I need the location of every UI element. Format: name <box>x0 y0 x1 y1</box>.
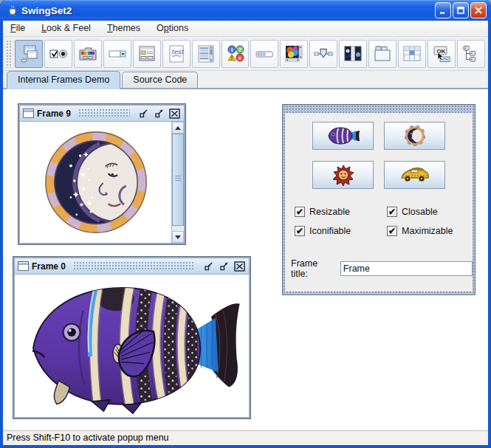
frame-window-icon <box>18 261 29 271</box>
frame9-titlebar[interactable]: Frame 9 <box>20 106 184 122</box>
app-window: SwingSet2 File Look & Feel Themes Option… <box>0 0 491 448</box>
scroll-up-button[interactable] <box>172 122 184 134</box>
toolbar-button-split-pane[interactable] <box>339 40 367 68</box>
moon-image <box>42 128 150 236</box>
checkbox-iconifiable[interactable]: ✔ Iconifiable <box>295 226 387 236</box>
maximize-button[interactable] <box>453 2 469 18</box>
frame0-viewport <box>15 275 249 417</box>
toolbar-button-slider[interactable] <box>309 40 337 68</box>
frame0-maximize-button[interactable] <box>218 261 230 272</box>
menu-options[interactable]: Options <box>155 21 196 35</box>
desktop-pane: Frame 9 <box>3 89 488 430</box>
frame-title-row: Frame title: <box>291 258 473 279</box>
toolbar-button-scroll-pane[interactable] <box>280 40 308 68</box>
table-icon <box>402 44 422 64</box>
create-sun-frame-button[interactable] <box>312 161 374 189</box>
sun-thumbnail-icon <box>332 164 354 186</box>
toolbar-button-list[interactable] <box>192 40 220 68</box>
frame9-close-button[interactable] <box>168 108 181 120</box>
toolbar-button-buttons[interactable] <box>44 40 72 68</box>
frame0-titlebar-texture <box>73 261 195 271</box>
internal-frame-9: Frame 9 <box>18 104 185 244</box>
minimize-button[interactable] <box>435 2 451 18</box>
minimize-icon <box>439 6 447 15</box>
checkbox-label: Resizable <box>309 207 350 217</box>
toolbar-button-text-editor[interactable]: text <box>162 40 190 68</box>
menu-themes[interactable]: Themes <box>106 21 148 35</box>
scroll-down-button[interactable] <box>172 231 184 243</box>
scrollbar-thumb[interactable] <box>172 134 184 226</box>
text-editor-icon: text <box>166 44 187 64</box>
create-cab-frame-button[interactable] <box>384 161 445 189</box>
window-titlebar[interactable]: SwingSet2 <box>0 0 491 21</box>
maximize-frame-icon <box>219 261 229 271</box>
window-body: File Look & Feel Themes Options <box>3 21 488 445</box>
toolbar-button-combo-box[interactable] <box>103 40 131 68</box>
toolbar-button-table[interactable] <box>398 40 426 68</box>
frame9-iconify-button[interactable] <box>137 108 150 120</box>
close-button[interactable] <box>470 2 487 18</box>
file-chooser-icon <box>137 44 157 64</box>
status-text: Press Shift-F10 to activate popup menu <box>7 433 169 443</box>
iconify-icon <box>139 108 148 118</box>
frame9-vertical-scrollbar[interactable] <box>171 122 184 243</box>
internal-frame-0: Frame 0 <box>13 257 250 418</box>
checkbox-closable[interactable]: ✔ Closable <box>387 207 473 217</box>
toolbar-button-file-chooser[interactable] <box>133 40 161 68</box>
toolbar-button-tree[interactable] <box>457 40 485 68</box>
frame9-maximize-button[interactable] <box>153 108 165 120</box>
close-icon <box>474 6 483 15</box>
close-frame-icon <box>169 108 180 119</box>
split-pane-icon <box>343 44 363 64</box>
svg-text:text: text <box>171 48 185 55</box>
checkbox-checked-icon: ✔ <box>387 226 397 236</box>
frame0-iconify-button[interactable] <box>202 261 215 272</box>
scrollbar-track[interactable] <box>172 226 184 231</box>
frame0-titlebar[interactable]: Frame 0 <box>15 258 249 275</box>
checkbox-resizable[interactable]: ✔ Resizable <box>295 207 387 217</box>
list-icon <box>196 44 216 64</box>
status-bar: Press Shift-F10 to activate popup menu <box>3 430 488 445</box>
frame-title-input[interactable] <box>340 261 473 276</box>
tab-internal-frames-demo[interactable]: Internal Frames Demo <box>7 71 120 89</box>
fish-thumbnail-icon <box>326 126 360 145</box>
svg-text:?: ? <box>238 46 241 53</box>
toolbar-button-tabbed-pane[interactable] <box>368 40 396 68</box>
toolbar-drag-handle[interactable] <box>6 40 13 68</box>
toolbar-button-color-chooser[interactable] <box>74 40 102 68</box>
frame9-viewport <box>20 122 171 243</box>
checkbox-maximizable[interactable]: ✔ Maximizable <box>387 226 473 236</box>
checkbox-checked-icon: ✔ <box>295 226 305 236</box>
tab-source-code[interactable]: Source Code <box>122 72 198 89</box>
toolbar-button-option-pane[interactable]: i ? ! x <box>222 40 250 68</box>
toolbar-button-tool-tip[interactable]: OK <box>428 40 456 68</box>
frame-options: ✔ Resizable ✔ Closable ✔ Iconifiable ✔ <box>295 207 473 236</box>
tab-bar: Internal Frames Demo Source Code <box>3 71 488 89</box>
toolbar-button-progress-bar[interactable] <box>250 40 278 68</box>
checkbox-checked-icon: ✔ <box>387 207 397 217</box>
tool-tip-icon: OK <box>431 44 452 64</box>
svg-text:!: ! <box>230 55 232 61</box>
cab-thumbnail-icon <box>399 165 431 185</box>
arrow-down-icon <box>175 235 181 239</box>
progress-bar-icon <box>254 44 275 64</box>
checkbox-label: Closable <box>402 207 438 217</box>
iconify-icon <box>204 261 213 271</box>
create-moon-frame-button[interactable] <box>384 122 445 150</box>
color-chooser-icon <box>78 44 98 64</box>
window-title: SwingSet2 <box>21 5 435 16</box>
fish-image <box>21 277 244 416</box>
menu-bar: File Look & Feel Themes Options <box>3 21 488 37</box>
palette-body: ✔ Resizable ✔ Closable ✔ Iconifiable ✔ <box>285 113 473 292</box>
toolbar-button-internal-frames[interactable] <box>15 40 43 68</box>
scroll-pane-icon <box>284 44 304 64</box>
create-fish-frame-button[interactable] <box>312 122 374 150</box>
menu-file[interactable]: File <box>9 21 32 35</box>
frame0-close-button[interactable] <box>233 261 246 272</box>
menu-look-and-feel[interactable]: Look & Feel <box>40 21 98 35</box>
option-pane-icon: i ? ! x <box>225 44 246 64</box>
tree-icon <box>461 44 481 64</box>
maximize-icon <box>456 6 465 15</box>
buttons-demo-icon <box>48 44 69 64</box>
java-cup-icon <box>6 4 18 17</box>
